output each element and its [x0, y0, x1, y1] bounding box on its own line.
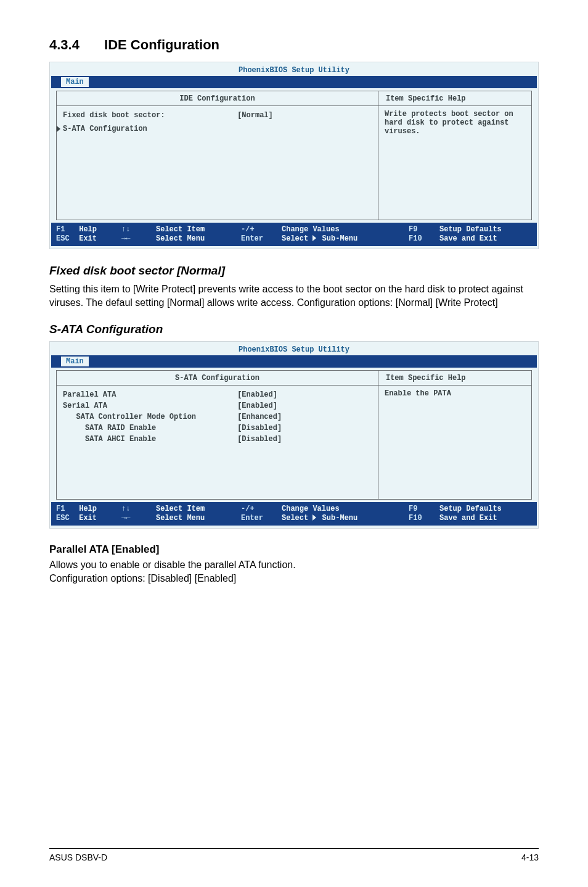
section-number: 4.3.4 — [49, 37, 80, 53]
right-column-header: Item Specific Help — [378, 91, 531, 106]
subsection-heading-parallel-ata: Parallel ATA [Enabled] — [49, 543, 539, 556]
key-f9: F9 — [409, 225, 427, 234]
label-help: Help — [79, 225, 97, 234]
label-select-item: Select Item — [156, 225, 235, 234]
label-select-submenu: Select Sub-Menu — [282, 234, 402, 244]
row-value: [Normal] — [237, 110, 372, 121]
triangle-icon — [312, 235, 316, 241]
label-help: Help — [79, 505, 97, 513]
row-value: [Enabled] — [237, 400, 372, 411]
key-minus-plus: -/+ — [241, 505, 259, 514]
key-f9: F9 — [409, 505, 427, 514]
bios-row: SATA RAID Enable[Disabled] — [63, 423, 372, 434]
bios-tab-bar: Main — [51, 355, 537, 368]
right-column-header: Item Specific Help — [378, 371, 531, 386]
section-title-text: IDE Configuration — [104, 37, 219, 52]
bios-row: Parallel ATA[Enabled] — [63, 389, 372, 400]
key-leftright: →← — [121, 234, 140, 244]
key-esc: ESC — [56, 514, 75, 523]
bios-row: Fixed disk boot sector: [Normal] — [63, 110, 372, 121]
help-text: Write protects boot sector on hard disk … — [378, 106, 531, 220]
label-select-item: Select Item — [156, 505, 235, 514]
bios-tab-bar: Main — [51, 76, 537, 88]
row-value — [237, 123, 372, 134]
label-select-menu: Select Menu — [156, 234, 235, 244]
subsection-heading-fixed-disk: Fixed disk boot sector [Normal] — [49, 264, 539, 278]
row-value: [Disabled] — [237, 434, 372, 445]
row-label: SATA AHCI Enable — [63, 434, 237, 445]
key-f1: F1 — [56, 225, 75, 234]
footer-left: ASUS DSBV-D — [49, 852, 107, 862]
left-column-header: IDE Configuration — [57, 91, 378, 106]
bios-row: SATA AHCI Enable[Disabled] — [63, 434, 372, 445]
row-value: [Enabled] — [237, 389, 372, 400]
parallel-ata-line2: Configuration options: [Disabled] [Enabl… — [49, 573, 236, 584]
parallel-ata-line1: Allows you to enable or disable the para… — [49, 559, 296, 570]
row-label: SATA RAID Enable — [63, 423, 237, 434]
key-f1: F1 — [56, 505, 75, 514]
left-column-header: S-ATA Configuration — [57, 371, 378, 386]
label-change-values: Change Values — [282, 225, 402, 234]
row-label: Parallel ATA — [63, 389, 237, 400]
subsection-body-parallel-ata: Allows you to enable or disable the para… — [49, 558, 539, 585]
bios-tab-main: Main — [61, 77, 89, 87]
key-minus-plus: -/+ — [241, 225, 259, 234]
bios-table: S-ATA Configuration Parallel ATA[Enabled… — [56, 370, 532, 500]
key-esc: ESC — [56, 234, 75, 244]
row-label: Fixed disk boot sector: — [63, 110, 237, 121]
row-label: SATA Controller Mode Option — [63, 411, 237, 423]
label-select-submenu: Select Sub-Menu — [282, 514, 402, 523]
key-enter: Enter — [241, 514, 263, 523]
row-label: S-ATA Configuration — [63, 123, 237, 134]
row-label: Serial ATA — [63, 400, 237, 411]
key-updown: ↑↓ — [121, 505, 140, 514]
triangle-icon — [312, 514, 316, 521]
key-updown: ↑↓ — [121, 225, 140, 234]
row-value: [Disabled] — [237, 423, 372, 434]
bios-footer-bar: F1 Help ESC Exit ↑↓ →← Select Item Selec… — [51, 223, 537, 246]
label-change-values: Change Values — [282, 505, 402, 514]
label-save-exit: Save and Exit — [439, 514, 532, 523]
section-heading: 4.3.4 IDE Configuration — [49, 37, 539, 53]
bios-tab-main: Main — [61, 357, 89, 366]
key-leftright: →← — [121, 514, 140, 523]
row-value: [Enhanced] — [237, 411, 372, 423]
bios-screenshot-sata: PhoenixBIOS Setup Utility Main S-ATA Con… — [49, 341, 539, 529]
label-setup-defaults: Setup Defaults — [439, 225, 532, 234]
bios-table: IDE Configuration Fixed disk boot sector… — [56, 91, 532, 220]
bios-app-title: PhoenixBIOS Setup Utility — [56, 66, 532, 75]
page-footer: ASUS DSBV-D 4-13 — [49, 848, 539, 862]
label-save-exit: Save and Exit — [439, 234, 532, 244]
bios-footer-bar: F1 Help ESC Exit ↑↓ →← Select Item Selec… — [51, 502, 537, 526]
key-f10: F10 — [409, 234, 427, 244]
submenu-indicator-icon — [57, 123, 60, 134]
bios-row: SATA Controller Mode Option[Enhanced] — [63, 411, 372, 423]
subsection-heading-sata: S-ATA Configuration — [49, 323, 539, 336]
bios-row: S-ATA Configuration — [63, 123, 372, 134]
label-setup-defaults: Setup Defaults — [439, 505, 532, 514]
label-select-menu: Select Menu — [156, 514, 235, 523]
key-enter: Enter — [241, 234, 263, 244]
bios-app-title: PhoenixBIOS Setup Utility — [56, 345, 532, 354]
help-text: Enable the PATA — [378, 386, 531, 499]
bios-screenshot-ide: PhoenixBIOS Setup Utility Main IDE Confi… — [49, 62, 539, 249]
label-exit: Exit — [79, 234, 97, 243]
key-f10: F10 — [409, 514, 427, 523]
subsection-body-fixed-disk: Setting this item to [Write Protect] pre… — [49, 283, 539, 309]
footer-right: 4-13 — [521, 852, 539, 862]
bios-row: Serial ATA[Enabled] — [63, 400, 372, 411]
label-exit: Exit — [79, 514, 97, 522]
